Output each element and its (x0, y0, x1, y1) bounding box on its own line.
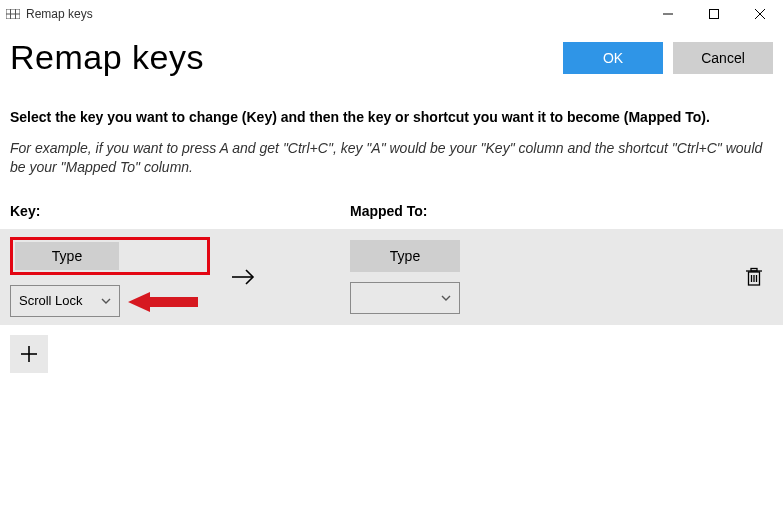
close-button[interactable] (737, 0, 783, 28)
app-icon (6, 9, 20, 19)
titlebar: Remap keys (0, 0, 783, 28)
svg-marker-8 (128, 292, 198, 312)
actions-cell (690, 267, 773, 287)
key-cell: Type Scroll Lock (10, 237, 210, 317)
trash-icon (745, 267, 763, 287)
plus-icon (20, 345, 38, 363)
mapped-cell: Type (350, 240, 690, 314)
minimize-button[interactable] (645, 0, 691, 28)
key-dropdown-value: Scroll Lock (19, 293, 83, 308)
mapping-row: Type Scroll Lock Type (0, 229, 783, 325)
mapped-type-button[interactable]: Type (350, 240, 460, 272)
annotation-arrow-icon (128, 290, 200, 314)
ok-button[interactable]: OK (563, 42, 663, 74)
instruction-text: Select the key you want to change (Key) … (10, 109, 773, 125)
key-type-button[interactable]: Type (15, 242, 119, 270)
svg-rect-15 (751, 268, 757, 271)
actions-column-header (690, 203, 773, 219)
titlebar-left: Remap keys (6, 7, 93, 21)
header-row: Remap keys OK Cancel (0, 28, 783, 77)
delete-row-button[interactable] (745, 267, 763, 287)
arrow-cell (210, 267, 350, 287)
arrow-right-icon (230, 267, 258, 287)
key-column-header: Key: (10, 203, 350, 219)
add-row-button[interactable] (10, 335, 48, 373)
header-buttons: OK Cancel (563, 42, 773, 74)
svg-rect-5 (710, 10, 719, 19)
key-type-highlight: Type (10, 237, 210, 275)
cancel-button[interactable]: Cancel (673, 42, 773, 74)
key-dropdown[interactable]: Scroll Lock (10, 285, 120, 317)
mapped-column-header: Mapped To: (350, 203, 690, 219)
window-title: Remap keys (26, 7, 93, 21)
body-text: Select the key you want to change (Key) … (0, 109, 783, 177)
window-controls (645, 0, 783, 28)
column-headers: Key: Mapped To: (0, 203, 783, 219)
maximize-button[interactable] (691, 0, 737, 28)
mapped-dropdown[interactable] (350, 282, 460, 314)
chevron-down-icon (101, 298, 111, 304)
page-title: Remap keys (10, 38, 204, 77)
chevron-down-icon (441, 295, 451, 301)
example-text: For example, if you want to press A and … (10, 139, 773, 177)
